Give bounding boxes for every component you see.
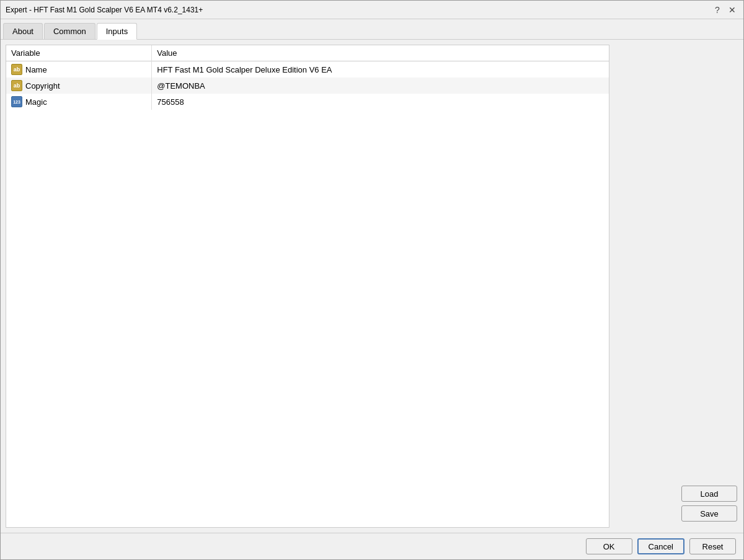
save-button[interactable]: Save	[681, 505, 737, 522]
title-bar: Expert - HFT Fast M1 Gold Scalper V6 EA …	[1, 1, 743, 19]
main-layout: Variable Value abNameHFT Fast M1 Gold Sc…	[1, 40, 743, 533]
tab-about[interactable]: About	[3, 23, 43, 39]
table-row: 123Magic756558	[6, 94, 609, 110]
variable-cell: abCopyright	[6, 78, 152, 94]
column-header-variable: Variable	[6, 45, 152, 61]
tab-bar: About Common Inputs	[1, 19, 743, 40]
side-panel: Load Save	[676, 45, 738, 528]
window-title: Expert - HFT Fast M1 Gold Scalper V6 EA …	[6, 6, 203, 14]
reset-button[interactable]: Reset	[689, 538, 736, 554]
tab-common[interactable]: Common	[44, 23, 95, 39]
table-row: abNameHFT Fast M1 Gold Scalper Deluxe Ed…	[6, 61, 609, 78]
ab-icon: ab	[11, 80, 22, 91]
ab-icon: ab	[11, 64, 22, 75]
main-window: Expert - HFT Fast M1 Gold Scalper V6 EA …	[0, 0, 744, 560]
close-button[interactable]: ✕	[726, 4, 738, 16]
variable-cell: abName	[6, 61, 152, 78]
column-header-value: Value	[152, 45, 609, 61]
variable-name: Copyright	[25, 81, 60, 91]
value-cell: 756558	[152, 94, 609, 110]
table-row: abCopyright@TEMONBA	[6, 78, 609, 94]
tab-inputs[interactable]: Inputs	[97, 23, 137, 40]
table-header-row: Variable Value	[6, 45, 609, 61]
inputs-table: Variable Value abNameHFT Fast M1 Gold Sc…	[6, 45, 609, 110]
data-table-wrapper: Variable Value abNameHFT Fast M1 Gold Sc…	[6, 45, 609, 528]
value-cell: HFT Fast M1 Gold Scalper Deluxe Edition …	[152, 61, 609, 78]
bottom-bar: OK Cancel Reset	[1, 533, 743, 559]
cancel-button[interactable]: Cancel	[637, 538, 684, 554]
help-button[interactable]: ?	[711, 4, 724, 16]
variable-cell: 123Magic	[6, 94, 152, 110]
value-cell: @TEMONBA	[152, 78, 609, 94]
numeric-icon: 123	[11, 96, 22, 107]
load-button[interactable]: Load	[681, 486, 737, 502]
title-bar-buttons: ? ✕	[711, 4, 738, 16]
variable-name: Magic	[25, 97, 47, 107]
ok-button[interactable]: OK	[586, 538, 632, 554]
variable-name: Name	[25, 65, 47, 74]
